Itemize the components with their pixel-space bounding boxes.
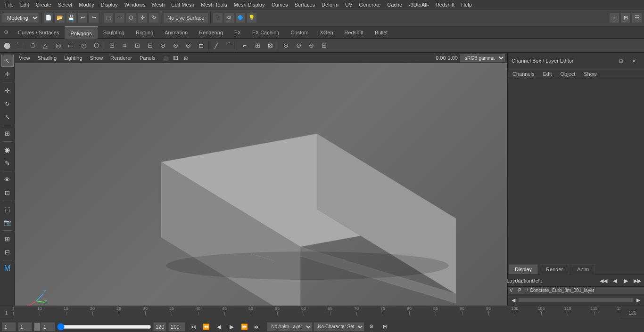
light-editor-btn[interactable]: 💡 bbox=[247, 13, 257, 23]
tab-rigging[interactable]: Rigging bbox=[130, 26, 159, 39]
bevel-btn[interactable]: ⌐ bbox=[239, 40, 251, 52]
channels-tab[interactable]: Channels bbox=[509, 70, 538, 78]
layer-next-btn[interactable]: ▶▶ bbox=[633, 276, 642, 285]
char-set-btn[interactable]: ⚙ bbox=[365, 321, 378, 332]
layer-fwd-btn[interactable]: ▶ bbox=[621, 276, 631, 285]
vp-cam-btn[interactable]: 🎥 bbox=[161, 53, 171, 63]
bridge-icon-btn[interactable]: ⌗ bbox=[118, 40, 131, 52]
menu-mesh-display[interactable]: Mesh Display bbox=[231, 0, 268, 9]
new-scene-btn[interactable]: 📄 bbox=[43, 13, 54, 23]
tab-rendering[interactable]: Rendering bbox=[193, 26, 229, 39]
paint-select-btn[interactable]: ⬡ bbox=[126, 13, 136, 23]
mirror-icon-btn[interactable]: ⊏ bbox=[195, 40, 207, 52]
edit-tab[interactable]: Edit bbox=[539, 70, 555, 78]
vp-lighting-menu[interactable]: Lighting bbox=[60, 53, 86, 63]
vp-shading-menu[interactable]: Shading bbox=[34, 53, 60, 63]
undo-btn[interactable]: ↩ bbox=[77, 13, 88, 23]
layers-help[interactable]: Help bbox=[532, 276, 542, 285]
smooth-brush-btn[interactable]: ⊞ bbox=[318, 40, 330, 52]
anim-tab[interactable]: Anim bbox=[571, 264, 595, 275]
extra-tool-1[interactable]: ⊞ bbox=[1, 233, 14, 245]
render-btn[interactable]: 🎥 bbox=[213, 13, 223, 23]
panel-close-btn[interactable]: ✕ bbox=[628, 55, 640, 67]
layer-prev-btn[interactable]: ◀◀ bbox=[599, 276, 608, 285]
rotate-tool-btn[interactable]: ↻ bbox=[149, 13, 159, 23]
show-hide-tool[interactable]: 👁 bbox=[1, 173, 14, 186]
curve-tool-btn[interactable]: ╱ bbox=[210, 40, 223, 52]
frame-field2[interactable] bbox=[18, 322, 32, 332]
tab-animation[interactable]: Animation bbox=[159, 26, 193, 39]
edge-loop-btn[interactable]: ⊞ bbox=[251, 40, 264, 52]
redo-btn[interactable]: ↪ bbox=[89, 13, 99, 23]
colorspace-dropdown[interactable]: sRGB gamma bbox=[460, 54, 505, 62]
max-frame-field[interactable]: 200 bbox=[168, 322, 185, 332]
lasso-select-btn[interactable]: ⋯ bbox=[115, 13, 125, 23]
scroll-right-btn[interactable]: ▶ bbox=[634, 295, 643, 305]
tab-fx-caching[interactable]: FX Caching bbox=[247, 26, 285, 39]
multi-select-tool[interactable]: ✛ bbox=[1, 68, 14, 80]
camera-tool[interactable]: 📷 bbox=[1, 216, 14, 228]
universal-tool[interactable]: ⊞ bbox=[1, 127, 14, 139]
select-tool-btn[interactable]: ⬚ bbox=[103, 13, 114, 23]
modeling-dropdown[interactable]: Modeling bbox=[2, 13, 39, 23]
play-fwd-btn[interactable]: ▶ bbox=[225, 321, 238, 332]
menu-cache[interactable]: Cache bbox=[384, 0, 405, 9]
tabs-gear-btn[interactable]: ⚙ bbox=[0, 26, 12, 39]
open-scene-btn[interactable]: 📂 bbox=[55, 13, 65, 23]
char-set-dropdown[interactable]: No Character Set bbox=[314, 322, 364, 332]
render-tab[interactable]: Render bbox=[540, 264, 569, 275]
tab-polygons[interactable]: Polygons bbox=[65, 26, 97, 39]
menu-windows[interactable]: Windows bbox=[121, 0, 149, 9]
menu-display[interactable]: Display bbox=[98, 0, 121, 9]
scale-tool[interactable]: ⤡ bbox=[1, 111, 14, 123]
play-back-btn[interactable]: ◀ bbox=[213, 321, 225, 332]
disc-icon-btn[interactable]: ◷ bbox=[77, 40, 90, 52]
torus-icon-btn[interactable]: ◎ bbox=[52, 40, 64, 52]
vp-view-menu[interactable]: View bbox=[15, 53, 34, 63]
tab-xgen[interactable]: XGen bbox=[314, 26, 339, 39]
menu-generate[interactable]: Generate bbox=[355, 0, 384, 9]
tab-sculpting[interactable]: Sculpting bbox=[98, 26, 130, 39]
menu-mesh-tools[interactable]: Mesh Tools bbox=[198, 0, 230, 9]
menu-surfaces[interactable]: Surfaces bbox=[291, 0, 318, 9]
plane-icon-btn[interactable]: ▭ bbox=[65, 40, 77, 52]
layers-options[interactable]: Options bbox=[521, 276, 530, 285]
vp-show-menu[interactable]: Show bbox=[86, 53, 107, 63]
hypershade-btn[interactable]: 🔷 bbox=[235, 13, 246, 23]
fill-icon-btn[interactable]: ⊡ bbox=[131, 40, 143, 52]
rotate-tool[interactable]: ↻ bbox=[1, 97, 14, 110]
render-settings-btn[interactable]: ⚙ bbox=[224, 13, 234, 23]
cube-icon-btn[interactable]: ⬛ bbox=[14, 40, 26, 52]
attribute-editor-btn[interactable]: ⊞ bbox=[620, 13, 631, 23]
menu-mesh[interactable]: Mesh bbox=[149, 0, 168, 9]
menu-curves[interactable]: Curves bbox=[268, 0, 291, 9]
object-tab[interactable]: Object bbox=[556, 70, 579, 78]
cylinder-icon-btn[interactable]: ⬡ bbox=[26, 40, 39, 52]
tab-curves-surfaces[interactable]: Curves / Surfaces bbox=[12, 26, 65, 39]
menu-file[interactable]: File bbox=[2, 0, 17, 9]
cone-icon-btn[interactable]: △ bbox=[39, 40, 51, 52]
move-tool[interactable]: ✛ bbox=[1, 84, 14, 97]
combine-icon-btn[interactable]: ⊕ bbox=[157, 40, 169, 52]
menu-create[interactable]: Create bbox=[33, 0, 55, 9]
snap-tool[interactable]: ⊡ bbox=[1, 186, 14, 199]
scroll-left-btn[interactable]: ◀ bbox=[509, 295, 518, 305]
tab-fx[interactable]: FX bbox=[229, 26, 247, 39]
menu-redshift[interactable]: Redshift bbox=[432, 0, 458, 9]
anim-pref-btn[interactable]: ⊞ bbox=[379, 321, 391, 332]
panel-float-btn[interactable]: ⊟ bbox=[615, 55, 627, 67]
menu-uv[interactable]: UV bbox=[342, 0, 355, 9]
vp-renderer-menu[interactable]: Renderer bbox=[107, 53, 136, 63]
boolean-icon-btn[interactable]: ⊘ bbox=[182, 40, 194, 52]
paint-weights-tool[interactable]: ✎ bbox=[1, 157, 14, 169]
menu-select[interactable]: Select bbox=[55, 0, 76, 9]
menu-modify[interactable]: Modify bbox=[75, 0, 97, 9]
move-tool-btn[interactable]: ✛ bbox=[137, 13, 148, 23]
vp-grid-btn[interactable]: ⊞ bbox=[181, 53, 190, 63]
tab-bullet[interactable]: Bullet bbox=[369, 26, 394, 39]
channel-box-btn[interactable]: ≡ bbox=[609, 13, 619, 23]
go-end-btn[interactable]: ⏭ bbox=[251, 321, 263, 332]
grab-btn[interactable]: ⊝ bbox=[305, 40, 317, 52]
sculpt-btn[interactable]: ⊛ bbox=[280, 40, 292, 52]
tab-custom[interactable]: Custom bbox=[285, 26, 314, 39]
